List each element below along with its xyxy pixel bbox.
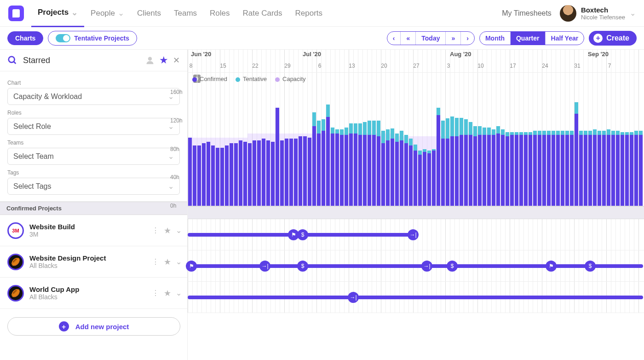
app-logo[interactable] [8, 6, 24, 21]
milestone-dollar-icon[interactable]: $ [297, 229, 308, 240]
confirmed-bar [202, 143, 206, 206]
confirmed-bar [483, 135, 486, 206]
project-lane[interactable]: ⚑→|$→|$⚑$ [188, 250, 644, 282]
project-row[interactable]: 🏉Website Design ProjectAll Blacks⋮★⌄ [0, 246, 188, 278]
tentative-bar [322, 119, 325, 131]
create-button[interactable]: + Create [589, 31, 637, 46]
confirmed-bar [331, 134, 334, 206]
nav-clients[interactable]: Clients [131, 0, 167, 27]
confirmed-bar [611, 135, 615, 206]
range-half-year[interactable]: Half Year [545, 32, 584, 45]
day-label: 8 [190, 63, 193, 69]
my-timesheets-link[interactable]: My Timesheets [502, 9, 552, 17]
confirmed-bar [188, 138, 192, 206]
tentative-bar [464, 119, 468, 135]
project-name: World Cup App [29, 285, 79, 293]
confirmed-bar [230, 143, 233, 206]
teams-filter-select[interactable]: Select Team⌄ [7, 148, 180, 165]
nav-people[interactable]: People ⌄ [84, 0, 131, 27]
month-label: Jun '20 [191, 51, 211, 58]
project-bar[interactable] [188, 296, 643, 299]
user-menu[interactable]: Boxtech Nicole Tiefensee ⌄ [560, 5, 636, 22]
project-lane[interactable]: →| [188, 282, 644, 313]
nav-reports[interactable]: Reports [289, 0, 329, 27]
charts-toggle-button[interactable]: Charts [7, 31, 43, 45]
confirmed-bar [386, 140, 390, 206]
more-icon[interactable]: ⋮ [152, 257, 159, 266]
day-label: 24 [542, 63, 548, 69]
confirmed-bar [363, 135, 367, 206]
project-name: Website Build [29, 223, 75, 231]
close-icon[interactable]: ✕ [173, 55, 180, 65]
day-label: 15 [220, 63, 226, 69]
tentative-bar [584, 131, 587, 135]
confirmed-bar [427, 153, 431, 206]
confirmed-bar [377, 136, 380, 206]
milestone-flag-icon[interactable]: ⚑ [546, 261, 557, 272]
confirmed-bar [496, 134, 500, 206]
milestone-end-icon[interactable]: →| [259, 261, 270, 272]
milestone-end-icon[interactable]: →| [421, 261, 432, 272]
prev-button[interactable]: ‹ [387, 32, 401, 45]
nav-projects[interactable]: Projects ⌄ [31, 0, 84, 27]
star-icon[interactable]: ★ [164, 288, 171, 298]
milestone-flag-icon[interactable]: ⚑ [186, 261, 197, 272]
star-icon[interactable]: ★ [159, 54, 168, 66]
chevron-down-icon[interactable]: ⌄ [176, 289, 182, 297]
more-icon[interactable]: ⋮ [152, 226, 159, 235]
svg-point-2 [148, 57, 152, 61]
confirmed-bar [285, 139, 288, 206]
nav-roles[interactable]: Roles [203, 0, 236, 27]
tentative-bar [634, 131, 638, 135]
confirmed-bar [616, 135, 620, 206]
chart-filter-select[interactable]: Capacity & Workload⌄ [7, 88, 180, 105]
confirmed-bar [579, 135, 583, 206]
project-lane[interactable]: ⚑$→| [188, 219, 644, 250]
confirmed-bar [561, 135, 564, 206]
confirmed-bar [437, 115, 440, 206]
star-icon[interactable]: ★ [164, 257, 171, 267]
confirmed-bar [248, 143, 252, 206]
tentative-bar [473, 126, 477, 136]
today-button[interactable]: Today [415, 32, 445, 45]
confirmed-bar [308, 138, 311, 206]
tentative-bar [496, 126, 500, 133]
nav-rate-cards[interactable]: Rate Cards [236, 0, 289, 27]
range-group: MonthQuarterHalf Year [479, 31, 584, 45]
range-quarter[interactable]: Quarter [510, 32, 545, 45]
next-fast-button[interactable]: » [445, 32, 460, 45]
search-term[interactable]: Starred [23, 56, 140, 65]
confirmed-bar [584, 135, 587, 206]
milestone-end-icon[interactable]: →| [348, 292, 359, 303]
project-row[interactable]: 🏉World Cup AppAll Blacks⋮★⌄ [0, 278, 188, 309]
more-icon[interactable]: ⋮ [152, 289, 159, 297]
range-month[interactable]: Month [480, 32, 510, 45]
tentative-bar [377, 121, 380, 136]
prev-fast-button[interactable]: « [400, 32, 415, 45]
roles-filter-select[interactable]: Select Role⌄ [7, 118, 180, 135]
confirmed-bar [354, 134, 357, 206]
star-icon[interactable]: ★ [164, 226, 171, 236]
tentative-projects-toggle[interactable]: Tentative Projects [48, 31, 137, 46]
confirmed-bar [565, 135, 569, 206]
add-project-button[interactable]: + Add new project [7, 317, 180, 336]
project-bar[interactable] [188, 264, 643, 268]
person-icon[interactable] [145, 56, 155, 65]
tentative-bar [579, 131, 583, 135]
day-label: 29 [284, 63, 290, 69]
milestone-dollar-icon[interactable]: $ [447, 261, 458, 272]
tentative-bar [368, 121, 371, 135]
confirmed-bar [243, 142, 247, 206]
project-client: All Blacks [29, 262, 106, 269]
next-button[interactable]: › [460, 32, 474, 45]
project-row[interactable]: 3MWebsite Build3M⋮★⌄ [0, 215, 188, 246]
milestone-dollar-icon[interactable]: $ [585, 261, 596, 272]
chevron-down-icon[interactable]: ⌄ [176, 257, 182, 266]
milestone-dollar-icon[interactable]: $ [297, 261, 308, 272]
tentative-bar [372, 121, 376, 135]
chevron-down-icon[interactable]: ⌄ [176, 226, 182, 235]
milestone-end-icon[interactable]: →| [408, 229, 419, 240]
tags-filter-select[interactable]: Select Tags⌄ [7, 178, 180, 195]
chevron-down-icon: ⌄ [630, 9, 636, 17]
nav-teams[interactable]: Teams [167, 0, 203, 27]
